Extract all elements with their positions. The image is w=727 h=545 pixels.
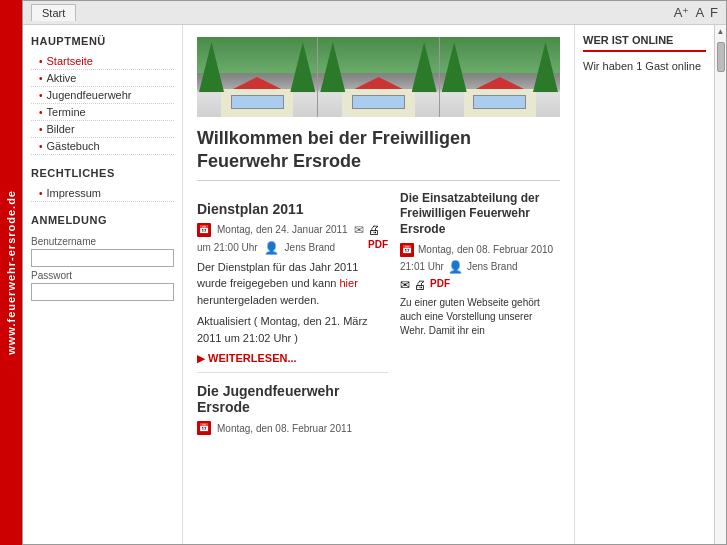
right-article-text: Zu einer guten Webseite gehört auch eine… bbox=[400, 296, 560, 338]
article-action-icons: 🖨 PDF bbox=[368, 223, 388, 250]
passwort-label: Passwort bbox=[31, 270, 174, 281]
browser-chrome: Start A⁺ A F bbox=[23, 1, 726, 25]
page-title: Willkommen bei der Freiwilligen Feuerweh… bbox=[197, 127, 560, 181]
font-normal-button[interactable]: A bbox=[695, 5, 704, 20]
bullet-icon: • bbox=[39, 188, 43, 199]
email-icon-right[interactable]: ✉ bbox=[400, 278, 410, 292]
login-form: Benutzername Passwort bbox=[31, 236, 174, 304]
hero-segment-1 bbox=[197, 37, 318, 117]
brand-sidebar: www.feuerwehr-ersrode.de bbox=[0, 0, 22, 545]
bullet-icon: • bbox=[39, 124, 43, 135]
email-icon[interactable]: ✉ bbox=[354, 223, 364, 237]
article-time-dienstplan: um 21:00 Uhr 👤 Jens Brand bbox=[197, 241, 364, 255]
passwort-input[interactable] bbox=[31, 283, 174, 301]
sidebar-item-jugendfeuerwehr[interactable]: • Jugendfeuerwehr bbox=[31, 87, 174, 104]
right-article-time: 21:01 Uhr 👤 Jens Brand bbox=[400, 260, 560, 274]
weiterlesen-arrow-icon: ▶ bbox=[197, 353, 205, 364]
sidebar-item-gaestebuch[interactable]: • Gästebuch bbox=[31, 138, 174, 155]
print-icon-right[interactable]: 🖨 bbox=[414, 278, 426, 292]
font-search-button[interactable]: F bbox=[710, 5, 718, 20]
right-article-column: Die Einsatzabteilung der Freiwilligen Fe… bbox=[400, 191, 560, 440]
browser-tab[interactable]: Start bbox=[31, 4, 76, 21]
font-increase-button[interactable]: A⁺ bbox=[674, 5, 690, 20]
article-title-dienstplan: Dienstplan 2011 bbox=[197, 201, 388, 217]
benutzername-label: Benutzername bbox=[31, 236, 174, 247]
calendar-icon-2: 📅 bbox=[197, 421, 211, 435]
right-sidebar: WER IST ONLINE Wir haben 1 Gast online bbox=[574, 25, 714, 544]
calendar-icon-right: 📅 bbox=[400, 243, 414, 257]
main-content: Willkommen bei der Freiwilligen Feuerweh… bbox=[183, 25, 574, 544]
pdf-icon[interactable]: PDF bbox=[368, 239, 388, 250]
articles-column: Dienstplan 2011 📅 Montag, den 24. Januar… bbox=[197, 191, 388, 440]
print-icon[interactable]: 🖨 bbox=[368, 223, 388, 237]
bullet-icon: • bbox=[39, 90, 43, 101]
bullet-icon: • bbox=[39, 107, 43, 118]
right-article-title: Die Einsatzabteilung der Freiwilligen Fe… bbox=[400, 191, 560, 238]
scrollbar: ▲ bbox=[714, 25, 726, 544]
bullet-icon: • bbox=[39, 56, 43, 67]
author-icon: 👤 bbox=[264, 241, 279, 255]
rechtliches-title: RECHTLICHES bbox=[31, 167, 174, 179]
anmeldung-title: ANMELDUNG bbox=[31, 214, 174, 226]
sidebar-item-bilder[interactable]: • Bilder bbox=[31, 121, 174, 138]
browser-window: Start A⁺ A F HAUPTMENÜ • Startseite • Ak… bbox=[22, 0, 727, 545]
weiterlesen-link-dienstplan[interactable]: ▶ WEITERLESEN... bbox=[197, 352, 388, 364]
page-content: HAUPTMENÜ • Startseite • Aktive • Jugend… bbox=[23, 25, 726, 544]
bullet-icon: • bbox=[39, 141, 43, 152]
browser-controls: A⁺ A F bbox=[674, 5, 718, 20]
divider bbox=[197, 372, 388, 373]
article-meta-dienstplan: 📅 Montag, den 24. Januar 2011 ✉ bbox=[197, 223, 364, 237]
who-is-online-text: Wir haben 1 Gast online bbox=[583, 58, 706, 75]
right-article-icons: ✉ 🖨 PDF bbox=[400, 278, 560, 292]
brand-url: www.feuerwehr-ersrode.de bbox=[5, 190, 17, 355]
sidebar-item-startseite[interactable]: • Startseite bbox=[31, 53, 174, 70]
article-title-jugendfeuerwehr: Die Jugendfeuerwehr Ersrode bbox=[197, 383, 388, 415]
content-columns: Dienstplan 2011 📅 Montag, den 24. Januar… bbox=[197, 191, 560, 440]
article-text-dienstplan: Der Dienstplan für das Jahr 2011 wurde f… bbox=[197, 259, 388, 309]
hero-segment-3 bbox=[440, 37, 560, 117]
who-is-online-title: WER IST ONLINE bbox=[583, 33, 706, 52]
hauptmenu-title: HAUPTMENÜ bbox=[31, 35, 174, 47]
benutzername-input[interactable] bbox=[31, 249, 174, 267]
scroll-up-arrow[interactable]: ▲ bbox=[715, 25, 726, 38]
bullet-icon: • bbox=[39, 73, 43, 84]
scroll-thumb[interactable] bbox=[717, 42, 725, 72]
hero-image bbox=[197, 37, 560, 117]
hero-segment-2 bbox=[318, 37, 439, 117]
sidebar-item-impressum[interactable]: • Impressum bbox=[31, 185, 174, 202]
pdf-icon-right[interactable]: PDF bbox=[430, 278, 450, 292]
calendar-icon: 📅 bbox=[197, 223, 211, 237]
article-meta-jugendfeuerwehr: 📅 Montag, den 08. Februar 2011 bbox=[197, 421, 388, 435]
sidebar-item-aktive[interactable]: • Aktive bbox=[31, 70, 174, 87]
right-article-meta: 📅 Montag, den 08. Februar 2010 bbox=[400, 243, 560, 257]
sidebar-item-termine[interactable]: • Termine bbox=[31, 104, 174, 121]
author-icon-right: 👤 bbox=[448, 260, 463, 274]
hier-link[interactable]: hier bbox=[340, 277, 358, 289]
left-nav: HAUPTMENÜ • Startseite • Aktive • Jugend… bbox=[23, 25, 183, 544]
article-updated-dienstplan: Aktualisiert ( Montag, den 21. März 2011… bbox=[197, 313, 388, 346]
